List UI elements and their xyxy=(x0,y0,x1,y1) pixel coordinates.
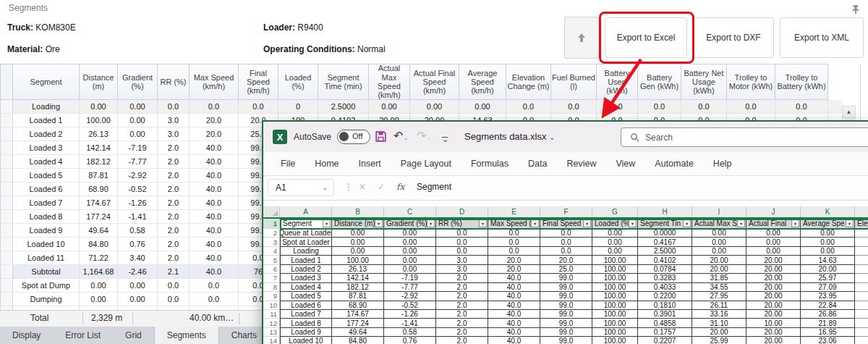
cell-segment[interactable]: Loaded 9 xyxy=(280,328,332,337)
column-header-C[interactable]: C xyxy=(384,206,436,217)
cell-segment[interactable]: Queue at Loader xyxy=(280,229,332,238)
cell-value[interactable]: 0.3283 xyxy=(638,274,692,282)
pin-icon[interactable] xyxy=(851,4,861,14)
cell-value[interactable]: 0.00 xyxy=(746,247,801,256)
row-number-4[interactable]: 4 xyxy=(263,247,280,256)
filter-dropdown-icon[interactable]: ▾ xyxy=(791,219,799,227)
cell-value[interactable]: 0.0 xyxy=(540,229,592,238)
row-number-5[interactable]: 5 xyxy=(263,256,280,264)
cell-segment[interactable]: Loaded 4 xyxy=(280,283,332,292)
ribbon-tab-page-layout[interactable]: Page Layout xyxy=(401,159,451,169)
column-header-J[interactable]: J xyxy=(746,206,801,217)
cell-segment[interactable]: Loaded 5 xyxy=(280,292,332,301)
cell-segment[interactable]: Loaded 1 xyxy=(280,256,332,264)
cell-value[interactable]: 142.14 xyxy=(332,274,384,282)
cell-value[interactable]: 0.00 xyxy=(801,247,855,256)
column-header-A[interactable]: A xyxy=(280,206,332,217)
filter-dropdown-icon[interactable]: ▾ xyxy=(323,219,331,227)
cell-value[interactable]: 10.00 xyxy=(746,319,801,327)
filter-dropdown-icon[interactable]: ▾ xyxy=(629,219,637,227)
insert-function-icon[interactable]: fx xyxy=(396,182,404,192)
row-number-9[interactable]: 9 xyxy=(263,292,280,301)
cell-value[interactable]: 100.00 xyxy=(592,328,638,337)
cell-value[interactable]: 34.55 xyxy=(692,283,746,292)
export-to-excel-button[interactable]: Export to Excel xyxy=(605,17,687,58)
cell-value[interactable]: 0.00 xyxy=(332,247,384,256)
cell-value[interactable]: 0.0 xyxy=(540,247,592,256)
cell-value[interactable]: 99.0 xyxy=(540,328,592,337)
column-header-D[interactable]: D xyxy=(436,206,488,217)
cell-value[interactable]: 31.10 xyxy=(692,319,746,327)
cell-value[interactable]: 0.0 xyxy=(488,238,540,246)
cell-value[interactable]: 99.0 xyxy=(540,274,592,282)
cell-value[interactable]: 20.00 xyxy=(746,265,801,274)
header-cell[interactable]: RR (%)▾ xyxy=(436,219,488,229)
cell-value[interactable]: 40.0 xyxy=(488,337,540,344)
column-header-G[interactable]: G xyxy=(592,206,638,217)
header-cell[interactable]: Final Speed▾ xyxy=(540,219,592,229)
cell-value[interactable]: 23.06 xyxy=(801,337,855,344)
cell-value[interactable]: 0.00 xyxy=(592,238,638,246)
cell-value[interactable]: 20.00 xyxy=(801,265,855,274)
cell-value[interactable]: 40.0 xyxy=(488,292,540,301)
cell-empty[interactable] xyxy=(855,256,868,264)
cell-value[interactable]: 0.00 xyxy=(692,229,746,238)
cell-empty[interactable] xyxy=(855,229,868,238)
cell-value[interactable]: 87.81 xyxy=(332,292,384,301)
cell-value[interactable]: 0.00 xyxy=(592,247,638,256)
cell-value[interactable]: 26.13 xyxy=(332,265,384,274)
cell-value[interactable]: 2.0 xyxy=(436,283,488,292)
cell-value[interactable]: 0.00 xyxy=(332,238,384,246)
header-cell[interactable]: Actual Max S▾ xyxy=(692,219,746,229)
cell-empty[interactable] xyxy=(855,238,868,246)
cell-value[interactable]: 100.00 xyxy=(592,319,638,327)
cell-value[interactable]: 31.85 xyxy=(692,274,746,282)
cell-value[interactable]: 2.0 xyxy=(436,328,488,337)
cell-value[interactable]: 2.0 xyxy=(436,337,488,344)
column-header-F[interactable]: F xyxy=(540,206,592,217)
cell-value[interactable]: 100.00 xyxy=(592,292,638,301)
cell-value[interactable]: 0.1757 xyxy=(638,328,692,337)
cell-value[interactable]: 0.0 xyxy=(436,247,488,256)
cell-value[interactable]: 99.0 xyxy=(540,301,592,310)
tab-grid[interactable]: Grid xyxy=(113,327,154,344)
cell-value[interactable]: 20.00 xyxy=(692,328,746,337)
cell-value[interactable]: -2.92 xyxy=(384,292,436,301)
cell-value[interactable]: 25.97 xyxy=(801,274,855,282)
scrollbar-up-arrow-icon[interactable]: ▲ xyxy=(842,106,856,118)
cell-value[interactable]: 99.0 xyxy=(540,319,592,327)
cell-value[interactable]: 0.0784 xyxy=(638,265,692,274)
excel-app-icon[interactable]: X xyxy=(273,130,287,144)
cell-value[interactable]: 2.0 xyxy=(436,301,488,310)
cell-value[interactable]: 0.2200 xyxy=(638,292,692,301)
redo-icon[interactable]: ↷⌄ xyxy=(417,129,431,146)
cell-value[interactable]: 68.90 xyxy=(332,301,384,310)
cell-segment[interactable]: Loaded 2 xyxy=(280,265,332,274)
cell-empty[interactable] xyxy=(855,337,868,344)
table-row[interactable]: Loading0.000.000.00.00.002.50000.000.000… xyxy=(0,100,842,114)
cell-value[interactable]: 26.86 xyxy=(801,310,855,319)
workbook-filename[interactable]: Segments data.xlsx ⌄ xyxy=(464,131,555,142)
column-header-E[interactable]: E xyxy=(488,206,540,217)
cell-value[interactable]: 2.0 xyxy=(436,310,488,319)
cell-value[interactable]: 25.99 xyxy=(692,337,746,344)
filter-dropdown-icon[interactable]: ▾ xyxy=(531,219,539,227)
cell-value[interactable]: 0.00 xyxy=(384,229,436,238)
column-header-B[interactable]: B xyxy=(332,206,384,217)
header-cell[interactable]: Distance (m)▾ xyxy=(332,219,384,229)
cell-value[interactable]: 99.0 xyxy=(540,310,592,319)
cell-value[interactable]: 0.4102 xyxy=(638,256,692,264)
cell-segment[interactable]: Loaded 10 xyxy=(280,337,332,344)
cell-empty[interactable] xyxy=(855,283,868,292)
cell-value[interactable]: 23.95 xyxy=(801,292,855,301)
autosave-toggle[interactable]: Off xyxy=(337,130,370,144)
cell-value[interactable]: 0.0 xyxy=(488,229,540,238)
cell-empty[interactable] xyxy=(855,274,868,282)
cell-value[interactable]: 21.89 xyxy=(801,319,855,327)
cell-value[interactable]: -7.77 xyxy=(384,283,436,292)
cell-segment[interactable]: Loaded 6 xyxy=(280,301,332,310)
ribbon-tab-formulas[interactable]: Formulas xyxy=(471,159,509,169)
cell-value[interactable]: 100.00 xyxy=(592,337,638,344)
cell-empty[interactable] xyxy=(855,328,868,337)
cell-segment[interactable]: Spot at Loader xyxy=(280,238,332,246)
